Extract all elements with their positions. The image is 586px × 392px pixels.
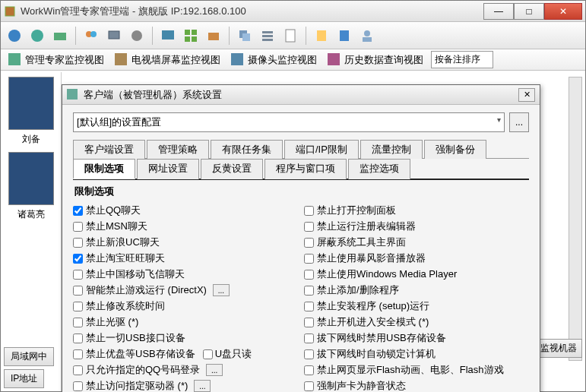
option-row: 拔下网线时禁用USB存储设备 [304,331,529,345]
svg-rect-20 [317,30,326,41]
client-thumbnail[interactable] [8,152,54,205]
option-checkbox[interactable] [304,238,314,248]
option-checkbox[interactable] [73,349,83,359]
network-icon[interactable] [51,27,69,45]
svg-point-22 [364,30,370,36]
client-thumbnail[interactable] [8,77,54,130]
ip-address-button[interactable]: IP地址 [4,369,44,388]
tab-限制选项[interactable]: 限制选项 [73,159,135,179]
globe-icon[interactable] [5,27,24,45]
globe-gear-icon[interactable] [28,27,46,45]
book-icon[interactable] [335,27,353,45]
dialog-titlebar: 客户端（被管理机器）系统设置 ✕ [62,85,540,105]
tab-流量控制[interactable]: 流量控制 [360,140,423,159]
svg-rect-27 [328,53,340,65]
svg-rect-6 [109,31,119,39]
view-tvwall[interactable]: 电视墙屏幕监控视图 [112,52,223,68]
gear-icon[interactable] [128,27,146,45]
view-history[interactable]: 历史数据查询视图 [325,52,426,68]
svg-rect-10 [192,30,197,35]
browse-button[interactable]: ... [509,112,529,132]
option-row: 禁止修改系统时间 [73,299,298,313]
minimize-button[interactable]: — [483,3,514,20]
wall-icon[interactable] [182,27,200,45]
option-label: 禁止MSN聊天 [86,220,147,233]
list-icon[interactable] [258,27,277,45]
monitor-icon[interactable] [105,27,123,45]
user-icon[interactable] [358,27,376,45]
tab-网址设置[interactable]: 网址设置 [137,159,199,179]
tab-监控选项[interactable]: 监控选项 [348,159,410,179]
svg-rect-25 [115,53,127,65]
option-more-button[interactable]: ... [194,380,211,392]
option-checkbox[interactable] [73,270,83,280]
toolbar-separator [306,27,306,45]
maximize-button[interactable]: □ [514,3,544,20]
tab-客户端设置[interactable]: 客户端设置 [73,140,145,159]
option-checkbox[interactable] [304,365,314,375]
option-label: 只允许指定的QQ号码登录 [86,363,200,377]
svg-point-5 [90,31,97,37]
tab-程序与窗口项[interactable]: 程序与窗口项 [264,159,347,179]
camera-icon[interactable] [204,27,223,45]
toolbar-separator [152,27,153,45]
option-label: 屏蔽系统工具主界面 [317,236,406,249]
option-checkbox[interactable] [73,222,83,232]
option-checkbox[interactable] [304,349,314,359]
close-button[interactable]: ✕ [544,3,582,20]
option-more-button[interactable]: ... [206,364,223,376]
option-checkbox[interactable] [73,365,83,375]
option-checkbox[interactable] [73,302,83,311]
option-checkbox[interactable] [73,286,83,296]
svg-rect-17 [262,35,273,37]
option-label: 禁止使用Windows Media Player [317,267,457,281]
screen-icon[interactable] [159,27,177,45]
option-checkbox[interactable] [73,206,83,216]
option-checkbox[interactable] [304,222,314,232]
option-row: 禁止中国移动飞信聊天 [73,267,298,281]
config-group-combo[interactable]: [默认组]的设置配置 [73,112,505,132]
notes-icon[interactable] [312,27,331,45]
view-expert[interactable]: 管理专家监控视图 [5,52,107,68]
tab-强制备份[interactable]: 强制备份 [424,140,486,159]
view-camera[interactable]: 摄像头监控视图 [228,52,320,68]
report-icon[interactable] [281,27,299,45]
option-checkbox[interactable] [304,318,314,327]
option-checkbox[interactable] [304,381,314,391]
option-label: 智能禁止游戏运行 (DirectX) [86,283,207,297]
option-checkbox[interactable] [73,238,83,248]
tab-反黄设置[interactable]: 反黄设置 [201,159,263,179]
option-checkbox[interactable] [304,254,314,264]
option-more-button[interactable]: ... [213,284,230,296]
option-checkbox[interactable] [73,254,83,264]
tab-端口/IP限制[interactable]: 端口/IP限制 [284,140,359,159]
option-checkbox[interactable] [73,318,83,327]
svg-rect-15 [242,33,250,41]
settings-dialog: 客户端（被管理机器）系统设置 ✕ [默认组]的设置配置 ... 客户端设置管理策… [62,84,540,392]
option-checkbox[interactable] [203,349,213,359]
options-grid: 禁止QQ聊天禁止MSN聊天禁止新浪UC聊天禁止淘宝旺旺聊天禁止中国移动飞信聊天智… [73,201,529,392]
sort-combo[interactable]: 按备注排序 [431,51,493,68]
svg-rect-23 [363,37,372,42]
option-checkbox[interactable] [304,302,314,311]
client-name: 诸葛亮 [2,208,59,221]
tab-有限任务集[interactable]: 有限任务集 [211,140,283,159]
tab-管理策略[interactable]: 管理策略 [147,140,209,159]
option-row: 禁止网页显示Flash动画、电影、Flash游戏 [304,363,529,377]
scrollbar[interactable] [569,77,582,361]
sort-combo-value: 按备注排序 [435,54,480,65]
svg-rect-26 [231,53,243,65]
users-icon[interactable] [82,27,100,45]
option-checkbox[interactable] [73,334,83,343]
monitor-machine-button[interactable]: 监视机器 [535,339,582,358]
option-checkbox[interactable] [304,286,314,296]
option-label: 禁止打开控制面板 [317,204,396,217]
dialog-close-button[interactable]: ✕ [518,88,535,102]
windows-icon[interactable] [236,27,254,45]
option-label: 禁止QQ聊天 [86,204,141,217]
option-checkbox[interactable] [304,334,314,343]
lan-button[interactable]: 局域网中 [4,347,54,366]
option-checkbox[interactable] [304,270,314,280]
option-checkbox[interactable] [73,381,83,391]
option-checkbox[interactable] [304,206,314,216]
